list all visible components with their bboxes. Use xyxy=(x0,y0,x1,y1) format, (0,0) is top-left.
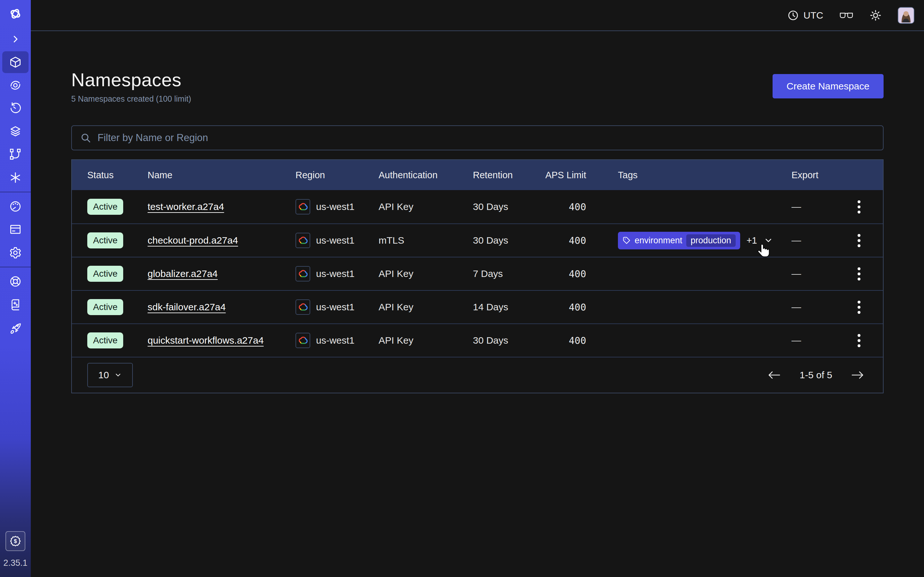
export-value: — xyxy=(792,335,837,346)
col-header-tags: Tags xyxy=(618,170,792,181)
auth-method: mTLS xyxy=(379,235,473,246)
auth-method: API Key xyxy=(379,268,473,279)
sidebar-item-docs[interactable] xyxy=(0,293,31,316)
export-value: — xyxy=(792,268,837,279)
table-footer: 10 1-5 of 5 xyxy=(72,357,883,393)
pagination-range: 1-5 of 5 xyxy=(800,370,832,380)
row-menu-button[interactable] xyxy=(855,331,864,350)
sidebar-item-namespaces[interactable] xyxy=(0,51,31,74)
col-header-region: Region xyxy=(296,170,379,181)
user-avatar[interactable] xyxy=(898,7,914,24)
glasses-icon xyxy=(839,11,853,20)
namespace-link[interactable]: test-worker.a27a4 xyxy=(148,201,224,212)
tag-key: environment xyxy=(635,235,682,245)
status-badge: Active xyxy=(87,332,123,348)
row-menu-button[interactable] xyxy=(855,197,864,217)
sidebar-item-nexus[interactable] xyxy=(0,143,31,166)
create-namespace-button[interactable]: Create Namespace xyxy=(772,74,884,98)
sidebar-item-integrations[interactable] xyxy=(0,166,31,189)
row-menu-button[interactable] xyxy=(855,264,864,284)
sidebar-item-schedules[interactable] xyxy=(0,97,31,120)
sidebar-item-billing[interactable] xyxy=(0,218,31,241)
sidebar-item-deployments[interactable] xyxy=(0,120,31,143)
tag-pill[interactable]: environment production xyxy=(618,232,740,250)
namespace-link[interactable]: sdk-failover.a27a4 xyxy=(148,301,226,312)
col-header-export: Export xyxy=(792,170,837,181)
aps-limit-value: 400 xyxy=(544,201,618,213)
next-page-button[interactable] xyxy=(851,370,864,380)
col-header-status: Status xyxy=(87,170,148,181)
timezone-selector[interactable]: UTC xyxy=(787,10,823,21)
namespace-link[interactable]: checkout-prod.a27a4 xyxy=(148,235,238,245)
chevron-down-icon xyxy=(114,371,122,379)
sidebar-divider xyxy=(0,267,31,268)
namespace-link[interactable]: quickstart-workflows.a27a4 xyxy=(148,335,264,346)
page-subtitle: 5 Namespaces created (100 limit) xyxy=(71,94,884,103)
table-row: Active quickstart-workflows.a27a4 us-wes… xyxy=(72,324,883,357)
sun-icon xyxy=(869,9,882,21)
sidebar-divider xyxy=(0,192,31,192)
labs-toggle-button[interactable] xyxy=(839,11,853,20)
auth-method: API Key xyxy=(379,301,473,313)
prev-page-button[interactable] xyxy=(767,370,781,380)
sidebar: $ 2.35.1 xyxy=(0,0,31,577)
table-row: Active test-worker.a27a4 us-west1 API Ke… xyxy=(72,190,883,223)
arrow-left-icon xyxy=(767,370,781,380)
tag-group: environment production +1 xyxy=(618,232,773,250)
billing-card-icon xyxy=(8,222,23,237)
region-label: us-west1 xyxy=(316,335,355,346)
col-header-authentication: Authentication xyxy=(379,170,473,181)
clock-icon xyxy=(787,10,799,21)
main-content: Namespaces 5 Namespaces created (100 lim… xyxy=(31,32,924,577)
asterisk-icon xyxy=(9,171,22,184)
iris-icon xyxy=(8,78,23,92)
page-size-select[interactable]: 10 xyxy=(87,363,133,387)
google-cloud-icon xyxy=(296,333,310,348)
status-badge: Active xyxy=(87,299,123,315)
timezone-label: UTC xyxy=(803,10,823,21)
theme-toggle-button[interactable] xyxy=(869,9,882,21)
namespace-link[interactable]: globalizer.a27a4 xyxy=(148,268,218,279)
avatar-photo xyxy=(898,8,914,23)
aps-limit-value: 400 xyxy=(544,268,618,279)
book-sparkle-icon xyxy=(9,298,22,311)
aps-limit-value: 400 xyxy=(544,335,618,346)
google-cloud-icon xyxy=(296,300,310,315)
topbar: UTC xyxy=(31,0,924,31)
google-cloud-icon xyxy=(296,199,310,214)
col-header-retention: Retention xyxy=(473,170,544,181)
sidebar-item-usage[interactable] xyxy=(0,195,31,218)
sidebar-item-insights[interactable] xyxy=(0,74,31,97)
retention-value: 30 Days xyxy=(473,235,544,246)
region-label: us-west1 xyxy=(316,268,355,279)
branch-icon xyxy=(8,147,23,161)
timer-icon xyxy=(8,101,23,115)
layers-icon xyxy=(8,124,23,139)
sidebar-item-getting-started[interactable] xyxy=(0,316,31,339)
chevron-down-icon[interactable] xyxy=(764,235,773,245)
plan-badge-button[interactable]: $ xyxy=(5,531,25,551)
sidebar-item-settings[interactable] xyxy=(0,241,31,264)
page-title: Namespaces xyxy=(71,69,884,90)
row-menu-button[interactable] xyxy=(855,298,864,317)
region-label: us-west1 xyxy=(316,201,355,212)
filter-input[interactable] xyxy=(97,132,875,143)
temporal-logo-icon[interactable] xyxy=(0,0,31,27)
auth-method: API Key xyxy=(379,335,473,346)
status-badge: Active xyxy=(87,232,123,248)
export-value: — xyxy=(792,301,837,313)
svg-text:$: $ xyxy=(14,538,17,544)
rocket-icon xyxy=(8,321,23,335)
table-row: Active globalizer.a27a4 us-west1 API Key… xyxy=(72,257,883,290)
table-row: Active sdk-failover.a27a4 us-west1 API K… xyxy=(72,290,883,324)
gear-icon xyxy=(8,245,23,259)
table-row: Active checkout-prod.a27a4 us-west1 mTLS… xyxy=(72,223,883,257)
retention-value: 14 Days xyxy=(473,301,544,313)
tag-value: production xyxy=(686,234,736,247)
sidebar-item-support[interactable] xyxy=(0,270,31,293)
table-header: Status Name Region Authentication Retent… xyxy=(72,160,883,190)
retention-value: 30 Days xyxy=(473,335,544,346)
cube-icon xyxy=(8,55,23,69)
row-menu-button[interactable] xyxy=(855,231,864,250)
sidebar-expand-button[interactable] xyxy=(0,27,31,51)
